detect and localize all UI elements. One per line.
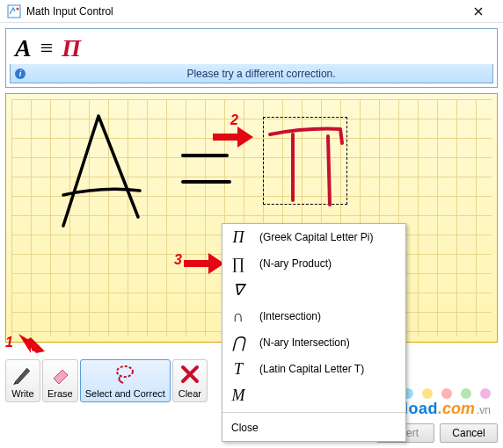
menu-symbol: ⋂ bbox=[228, 333, 249, 352]
select-correct-button[interactable]: Select and Correct bbox=[80, 359, 171, 402]
menu-item-nary-intersection[interactable]: ⋂ (N-ary Intersection) bbox=[222, 329, 405, 356]
ink-stroke-a bbox=[41, 103, 164, 243]
menu-item-latin-t[interactable]: T (Latin Capital Letter T) bbox=[222, 356, 405, 382]
menu-symbol: Π bbox=[228, 228, 249, 247]
status-bar: i Please try a different correction. bbox=[10, 64, 493, 83]
svg-point-4 bbox=[117, 366, 133, 377]
menu-symbol: ∩ bbox=[228, 307, 249, 326]
formula-equiv: ≡ bbox=[40, 35, 54, 61]
watermark-part: .com bbox=[438, 400, 475, 417]
info-icon: i bbox=[11, 68, 30, 80]
formula-display: A ≡ Π bbox=[10, 33, 493, 64]
menu-symbol: ∇ bbox=[228, 280, 249, 300]
arrow-icon bbox=[213, 126, 253, 148]
formula-term-a: A bbox=[15, 34, 32, 62]
ink-stroke-equals bbox=[179, 147, 240, 199]
annotation-1: 1 bbox=[5, 330, 47, 355]
menu-symbol: ∏ bbox=[228, 255, 249, 273]
menu-close[interactable]: Close bbox=[222, 415, 405, 441]
clear-icon bbox=[178, 363, 202, 386]
erase-label: Erase bbox=[47, 388, 73, 399]
erase-button[interactable]: Erase bbox=[42, 359, 78, 402]
menu-item-m[interactable]: M bbox=[222, 382, 405, 408]
ink-stroke-pi bbox=[263, 117, 351, 213]
cancel-label: Cancel bbox=[452, 427, 485, 439]
dot-icon bbox=[441, 388, 452, 399]
dot-icon bbox=[480, 388, 491, 399]
annotation-label: 2 bbox=[230, 112, 238, 128]
menu-item-nary-product[interactable]: ∏ (N-ary Product) bbox=[222, 250, 405, 277]
annotation-label: 3 bbox=[174, 252, 182, 268]
watermark-dots bbox=[403, 388, 491, 399]
arrow-icon bbox=[184, 253, 224, 274]
menu-item-intersection[interactable]: ∩ (Intersection) bbox=[222, 303, 405, 329]
titlebar: Math Input Control bbox=[0, 0, 503, 23]
eraser-icon bbox=[47, 363, 72, 386]
svg-rect-0 bbox=[8, 5, 20, 18]
dot-icon bbox=[422, 388, 433, 399]
menu-item-nabla[interactable]: ∇ bbox=[222, 277, 405, 303]
menu-label: (Latin Capital Letter T) bbox=[259, 363, 364, 375]
annotation-3: 3 bbox=[174, 253, 224, 274]
menu-label: (Intersection) bbox=[259, 310, 321, 322]
write-button[interactable]: Write bbox=[5, 359, 40, 402]
menu-label: (N-ary Intersection) bbox=[259, 336, 350, 349]
dot-icon bbox=[461, 388, 471, 399]
status-message: Please try a different correction. bbox=[30, 68, 492, 80]
menu-separator bbox=[222, 412, 405, 413]
svg-marker-8 bbox=[237, 126, 253, 148]
correction-menu: Π (Greek Capital Letter Pi) ∏ (N-ary Pro… bbox=[222, 223, 406, 442]
annotation-2: 2 bbox=[213, 126, 253, 148]
watermark-part: .vn bbox=[477, 404, 491, 416]
menu-label: (Greek Capital Letter Pi) bbox=[259, 231, 373, 243]
svg-rect-7 bbox=[213, 134, 239, 141]
write-label: Write bbox=[11, 388, 33, 399]
app-icon bbox=[7, 4, 21, 18]
cancel-button[interactable]: Cancel bbox=[440, 423, 498, 443]
menu-close-label: Close bbox=[231, 422, 259, 434]
formula-panel: A ≡ Π i Please try a different correctio… bbox=[5, 28, 498, 88]
menu-label: (N-ary Product) bbox=[259, 257, 332, 270]
clear-button[interactable]: Clear bbox=[172, 359, 208, 402]
menu-symbol: M bbox=[228, 387, 249, 405]
svg-point-1 bbox=[17, 7, 19, 10]
annotation-label: 1 bbox=[5, 335, 13, 350]
menu-item-greek-pi[interactable]: Π (Greek Capital Letter Pi) bbox=[222, 224, 405, 250]
svg-rect-9 bbox=[184, 260, 210, 267]
arrow-icon bbox=[15, 330, 47, 355]
select-correct-label: Select and Correct bbox=[85, 388, 165, 399]
window-title: Math Input Control bbox=[26, 5, 113, 18]
pen-icon bbox=[11, 363, 35, 386]
formula-term-pi: Π bbox=[62, 34, 81, 62]
close-button[interactable] bbox=[461, 0, 496, 23]
menu-symbol: T bbox=[228, 360, 249, 379]
clear-label: Clear bbox=[179, 388, 201, 399]
lasso-icon bbox=[113, 363, 137, 386]
titlebar-left: Math Input Control bbox=[7, 4, 113, 18]
